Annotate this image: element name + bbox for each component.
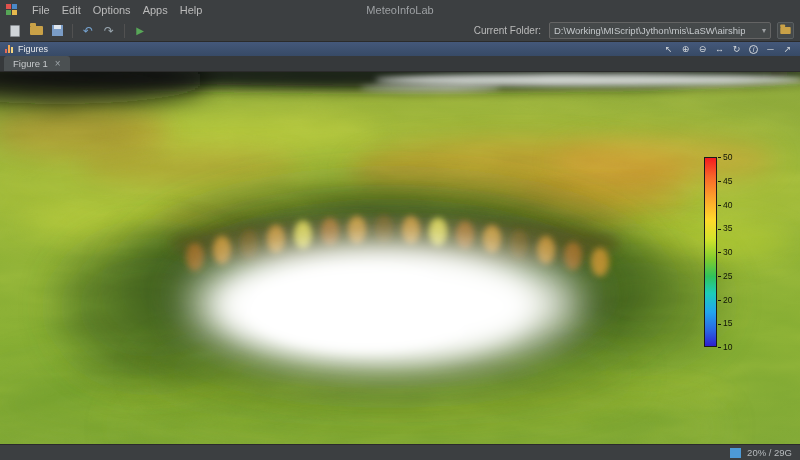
open-button[interactable]: [27, 22, 45, 40]
colorbar-tick-label: 35: [718, 223, 732, 233]
zoom-out-button[interactable]: ⊖: [695, 43, 710, 55]
menu-file[interactable]: File: [26, 3, 56, 17]
undo-button[interactable]: ↶: [79, 22, 97, 40]
float-panel-button[interactable]: ↗: [780, 43, 795, 55]
pointer-tool-button[interactable]: ↖: [661, 43, 676, 55]
colorbar-tick-label: 50: [718, 152, 732, 162]
status-bar: 20% / 29G: [0, 444, 800, 460]
figures-panel-title: Figures: [18, 44, 48, 54]
colorbar-tick-label: 20: [718, 295, 732, 305]
new-file-icon: [10, 25, 20, 37]
menu-help[interactable]: Help: [174, 3, 209, 17]
toolbar-separator: [72, 24, 73, 38]
current-folder-value: D:\Working\MIScript\Jython\mis\LaSW\airs…: [554, 25, 745, 36]
new-script-button[interactable]: [6, 22, 24, 40]
pan-icon: ↔: [715, 44, 724, 54]
toolbar: ↶ ↷ ▶ Current Folder: D:\Working\MIScrip…: [0, 20, 800, 42]
float-icon: ↗: [784, 44, 792, 54]
colorbar-tick-label: 30: [718, 247, 732, 257]
menu-apps[interactable]: Apps: [137, 3, 174, 17]
app-logo-icon: [6, 4, 18, 16]
menu-edit[interactable]: Edit: [56, 3, 87, 17]
colorbar-tick-label: 40: [718, 200, 732, 210]
close-icon[interactable]: ×: [55, 59, 61, 69]
colorbar: 50 45 40 35 30 25 20 15 10: [704, 157, 740, 347]
memory-usage-text: 20% / 29G: [747, 447, 792, 458]
browse-folder-button[interactable]: [777, 22, 794, 39]
save-button[interactable]: [48, 22, 66, 40]
redo-button[interactable]: ↷: [100, 22, 118, 40]
menu-bar: File Edit Options Apps Help MeteoInfoLab: [0, 0, 800, 20]
minimize-icon: ─: [767, 44, 773, 54]
memory-indicator-icon: [730, 448, 741, 458]
colorbar-tick-label: 25: [718, 271, 732, 281]
meteoinfolab-window: File Edit Options Apps Help MeteoInfoLab…: [0, 0, 800, 460]
colorbar-tick-label: 10: [718, 342, 732, 352]
redo-icon: ↷: [104, 24, 114, 38]
run-button[interactable]: ▶: [131, 22, 149, 40]
save-icon: [52, 25, 63, 36]
minimize-panel-button[interactable]: ─: [763, 43, 778, 55]
run-icon: ▶: [136, 25, 144, 36]
identifier-info-button[interactable]: i: [746, 43, 761, 55]
figure-chart-icon: [5, 45, 13, 53]
undo-icon: ↶: [83, 24, 93, 38]
zoom-out-icon: ⊖: [699, 44, 707, 54]
colorbar-tick-label: 15: [718, 318, 732, 328]
folder-icon: [780, 27, 790, 34]
toolbar-separator: [124, 24, 125, 38]
colorbar-labels: 50 45 40 35 30 25 20 15 10: [718, 157, 740, 347]
figure-canvas[interactable]: 50 45 40 35 30 25 20 15 10: [0, 72, 800, 444]
info-icon: i: [749, 45, 758, 54]
rotate-button[interactable]: ↻: [729, 43, 744, 55]
open-folder-icon: [30, 26, 43, 35]
chevron-down-icon: ▾: [762, 26, 766, 35]
colorbar-gradient: [704, 157, 717, 347]
colorbar-tick-label: 45: [718, 176, 732, 186]
figure-tab-bar: Figure 1 ×: [0, 56, 800, 72]
current-folder-label: Current Folder:: [474, 25, 541, 36]
pointer-icon: ↖: [665, 44, 673, 54]
pan-button[interactable]: ↔: [712, 43, 727, 55]
figure-toolbar: ↖ ⊕ ⊖ ↔ ↻ i ─ ↗: [661, 43, 795, 55]
zoom-in-icon: ⊕: [682, 44, 690, 54]
tab-figure-1[interactable]: Figure 1 ×: [4, 56, 70, 71]
volume-render-image: [0, 72, 800, 444]
figures-panel-header: Figures ↖ ⊕ ⊖ ↔ ↻ i ─ ↗: [0, 42, 800, 56]
zoom-in-button[interactable]: ⊕: [678, 43, 693, 55]
tab-label: Figure 1: [13, 58, 48, 69]
rotate-icon: ↻: [733, 44, 741, 54]
menu-options[interactable]: Options: [87, 3, 137, 17]
current-folder-combobox[interactable]: D:\Working\MIScript\Jython\mis\LaSW\airs…: [549, 22, 771, 39]
